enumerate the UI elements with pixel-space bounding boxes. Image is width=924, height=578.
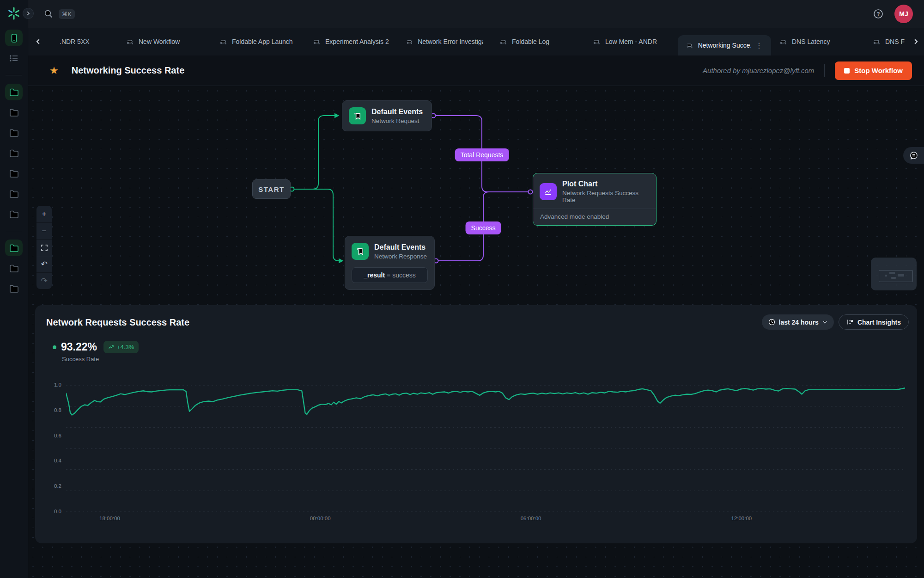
redo-button[interactable]: ↷ — [36, 272, 52, 289]
chart-insights-button[interactable]: Chart Insights — [839, 314, 909, 330]
node-default-events-response[interactable]: Default Events Network Response _result … — [345, 236, 435, 290]
avatar[interactable]: MJ — [894, 5, 913, 23]
sidebar-item-folder[interactable] — [5, 165, 23, 182]
sidebar-item-folder[interactable] — [5, 124, 23, 141]
favorite-star-icon[interactable]: ★ — [49, 66, 59, 76]
tabs-scroll-right-button[interactable] — [909, 35, 922, 48]
node-condition: _result = success — [352, 267, 428, 283]
y-axis-tick: 0.0 — [46, 509, 61, 514]
route-icon — [126, 38, 134, 46]
folder-icon — [9, 190, 19, 198]
metric-value: 93.22% — [61, 341, 97, 353]
route-icon — [406, 38, 413, 46]
metric-delta-badge: +4.3% — [103, 341, 139, 353]
stop-icon — [844, 68, 850, 74]
sidebar-item-folder[interactable] — [5, 260, 23, 277]
minimap[interactable] — [871, 258, 917, 290]
sidebar-item-folder[interactable] — [5, 145, 23, 161]
series-color-dot — [53, 345, 56, 349]
tab-foldable-log[interactable]: Foldable Log — [491, 28, 584, 55]
tab-network-error-investiga[interactable]: Network Error Investiga... — [398, 28, 491, 55]
search-button[interactable]: ⌘K — [44, 9, 75, 19]
search-shortcut: ⌘K — [59, 9, 75, 19]
bookmark-icon — [349, 107, 366, 124]
route-icon — [686, 42, 693, 49]
chat-button[interactable] — [903, 147, 924, 164]
edge-label-success[interactable]: Success — [466, 221, 501, 234]
app-logo-icon — [5, 5, 23, 22]
sidebar-item-folder[interactable] — [5, 104, 23, 121]
folder-icon — [9, 149, 19, 157]
tab-networking-succe[interactable]: Networking Succe...⋮ — [678, 35, 771, 55]
svg-text:?: ? — [877, 11, 880, 17]
time-range-dropdown[interactable]: last 24 hours — [762, 314, 834, 330]
tab-low-mem-andr[interactable]: Low Mem - ANDR — [584, 28, 678, 55]
authored-by-text: Authored by mjuarezlopez@lyft.com — [703, 67, 814, 74]
zoom-out-button[interactable]: − — [36, 222, 52, 239]
node-plot-chart[interactable]: Plot Chart Network Requests Success Rate… — [533, 173, 657, 226]
x-axis-tick: 00:00:00 — [310, 516, 331, 521]
sidebar-item-list[interactable] — [5, 50, 23, 67]
zoom-in-button[interactable]: + — [36, 206, 52, 222]
folder-icon — [9, 129, 19, 137]
clock-icon — [768, 319, 775, 326]
sidebar-item-folder[interactable] — [5, 185, 23, 202]
y-axis-tick: 0.6 — [46, 433, 61, 438]
bookmark-icon — [352, 243, 369, 260]
chart-plot[interactable]: 18:00:0000:00:0006:00:0012:00:00 — [66, 385, 905, 512]
route-icon — [593, 38, 601, 46]
folder-icon — [9, 264, 19, 272]
sidebar-item-folder-active[interactable] — [5, 84, 23, 100]
tab-new-workflow[interactable]: New Workflow — [118, 28, 211, 55]
insights-icon — [846, 319, 853, 326]
tab-experiment-analysis-2[interactable]: Experiment Analysis 2 — [304, 28, 398, 55]
y-axis-tick: 0.2 — [46, 483, 61, 489]
sidebar-item-folder[interactable] — [5, 280, 23, 297]
node-footer: Advanced mode enabled — [533, 209, 656, 225]
metric-summary: 93.22% +4.3% Success Rate — [53, 341, 139, 363]
tab-ndr-5xx[interactable]: .NDR 5XX — [49, 28, 118, 55]
chat-bubble-icon — [909, 151, 918, 160]
fit-view-button[interactable] — [36, 239, 52, 256]
sidebar-item-device-active[interactable] — [5, 30, 23, 46]
undo-button[interactable]: ↶ — [36, 256, 52, 272]
workflow-canvas[interactable]: START Default Events Network Request — [28, 86, 924, 578]
start-node[interactable]: START — [252, 179, 291, 199]
sidebar-expand-button[interactable] — [23, 8, 34, 19]
workflow-tab-bar: .NDR 5XXNew WorkflowFoldable App LaunchE… — [28, 28, 924, 55]
folder-icon — [9, 88, 19, 96]
route-icon — [779, 38, 787, 46]
divider — [824, 64, 825, 77]
tabs-scroll-left-button[interactable] — [32, 35, 45, 48]
tab-menu-icon[interactable]: ⋮ — [755, 41, 763, 50]
help-icon[interactable]: ? — [873, 9, 883, 19]
route-icon — [313, 38, 321, 46]
chart-area: 1.00.80.60.40.20.0 18:00:0000:00:0006:00… — [46, 385, 905, 512]
chart-title: Network Requests Success Rate — [46, 317, 189, 328]
tab-foldable-app-launch[interactable]: Foldable App Launch — [211, 28, 304, 55]
stop-workflow-button[interactable]: Stop Workflow — [835, 61, 912, 80]
metric-label: Success Rate — [62, 356, 139, 363]
minimap-viewport — [879, 270, 913, 282]
trend-up-icon — [108, 344, 114, 350]
y-axis-tick: 0.4 — [46, 458, 61, 463]
y-axis-tick: 1.0 — [46, 382, 61, 387]
canvas-zoom-controls: + − ↶ ↷ — [36, 206, 52, 289]
search-icon — [44, 9, 53, 18]
sidebar-item-folder-active[interactable] — [5, 240, 23, 256]
tab-dns-latency[interactable]: DNS Latency — [771, 28, 864, 55]
device-icon — [10, 33, 18, 43]
sidebar-item-folder[interactable] — [5, 206, 23, 222]
chevron-down-icon — [822, 320, 827, 325]
edge-label-total-requests[interactable]: Total Requests — [455, 148, 509, 161]
tab-dns-f[interactable]: DNS F — [864, 28, 910, 55]
node-default-events-request[interactable]: Default Events Network Request — [342, 100, 432, 131]
page-title: Networking Success Rate — [72, 65, 185, 76]
sidebar-divider — [6, 75, 22, 75]
x-axis-tick: 06:00:00 — [521, 516, 541, 521]
workflow-header: ★ Networking Success Rate Authored by mj… — [28, 55, 924, 86]
x-axis-tick: 12:00:00 — [731, 516, 752, 521]
route-icon — [499, 38, 507, 46]
folder-icon — [9, 210, 19, 218]
y-axis-tick: 0.8 — [46, 407, 61, 413]
